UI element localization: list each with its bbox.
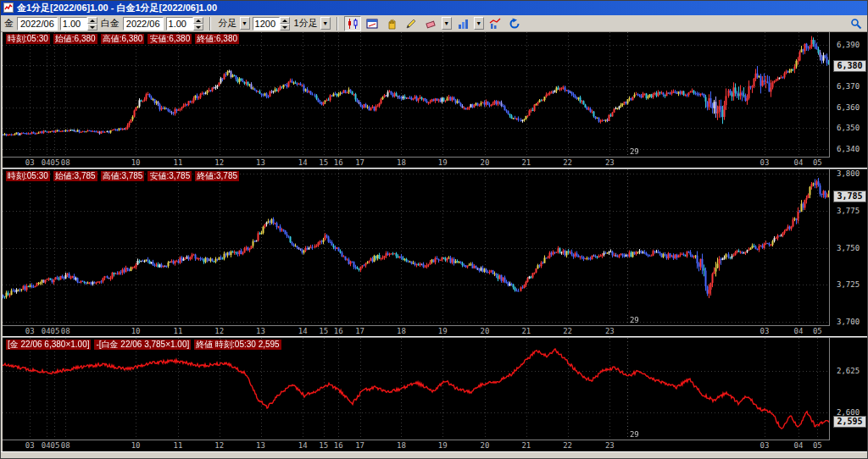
gold-chart-panel: 時刻:05:30始値:6,380高値:6,380安値:6,380終値:6,380… xyxy=(3,32,867,168)
spin-down-icon[interactable] xyxy=(280,24,290,30)
spread-time-axis[interactable]: 0304050810111213141516171819202122230304… xyxy=(3,440,830,451)
gold-time-axis[interactable]: 0304050810111213141516171819202122230304… xyxy=(3,158,830,168)
zoom-settings-button[interactable] xyxy=(848,16,865,31)
compare-chart-button[interactable] xyxy=(487,16,504,31)
draw-tools-dropdown[interactable]: ▼ xyxy=(442,17,452,30)
compare-chart-icon xyxy=(489,18,501,30)
refresh-button[interactable] xyxy=(506,16,523,31)
time-label: 03 xyxy=(753,327,776,335)
indicator-dropdown[interactable]: ▼ xyxy=(474,17,484,30)
gold-multiplier-value[interactable]: 1.00 xyxy=(60,17,87,30)
time-label: 08 xyxy=(53,327,77,335)
day-marker-label: 29 xyxy=(630,430,639,439)
time-label: 16 xyxy=(326,441,350,450)
spread-plot-canvas[interactable] xyxy=(3,338,830,440)
platinum-multiplier-arrows xyxy=(193,17,203,30)
gold-price-axis[interactable]: 6,3906,3706,3606,3506,340 xyxy=(832,32,867,168)
gold-info-chip: 安値:6,380 xyxy=(147,34,192,44)
spread-info-chip: 終値 時刻:05:30 2,595 xyxy=(194,340,281,350)
gold-contract-field[interactable]: 2022/06 xyxy=(17,17,58,30)
bar-count-spinner[interactable]: 1200 xyxy=(253,17,290,30)
interval-dropdown[interactable]: 1分足 ▼ xyxy=(292,17,331,30)
bar-type-dropdown[interactable]: 分足 ▼ xyxy=(217,17,250,30)
platinum-axis-label: 3,700 xyxy=(837,318,860,326)
gold-info-chip: 始値:6,380 xyxy=(53,34,97,44)
time-label: 16 xyxy=(326,158,350,167)
time-label: 13 xyxy=(249,158,273,167)
spin-up-icon[interactable] xyxy=(193,17,203,24)
chevron-down-icon[interactable]: ▼ xyxy=(442,17,452,30)
draw-pencil-button[interactable] xyxy=(403,16,420,31)
bar-count-arrows xyxy=(280,17,290,30)
time-label: 18 xyxy=(389,158,413,167)
platinum-info-bar: 時刻:05:30始値:3,785高値:3,785安値:3,785終値:3,785 xyxy=(6,171,239,181)
platinum-price-badge: 3,785 xyxy=(833,191,866,202)
time-label: 23 xyxy=(598,158,621,167)
time-label: 10 xyxy=(124,158,147,167)
refresh-icon xyxy=(509,18,520,30)
time-label: 08 xyxy=(53,158,77,167)
gold-price-badge: 6,380 xyxy=(833,60,866,72)
gold-axis-label: 6,360 xyxy=(837,103,860,112)
time-label: 17 xyxy=(348,327,372,335)
time-label: 12 xyxy=(208,441,231,450)
time-label: 05 xyxy=(805,441,829,450)
time-label: 23 xyxy=(598,327,621,335)
spin-up-icon[interactable] xyxy=(87,17,97,24)
time-label: 11 xyxy=(166,158,190,167)
time-label: 20 xyxy=(473,327,497,335)
gold-info-bar: 時刻:05:30始値:6,380高値:6,380安値:6,380終値:6,380 xyxy=(6,34,239,44)
platinum-contract-field[interactable]: 2022/06 xyxy=(123,17,164,30)
eraser-button[interactable] xyxy=(422,16,439,31)
time-label: 05 xyxy=(805,158,829,167)
chart-window-icon xyxy=(366,18,378,30)
bar-indicator-button[interactable] xyxy=(454,16,471,31)
status-bar xyxy=(1,451,867,459)
bar-chart-icon xyxy=(457,18,469,30)
pan-hand-button[interactable] xyxy=(383,16,400,31)
platinum-axis-label: 3,725 xyxy=(837,280,860,289)
bar-count-value[interactable]: 1200 xyxy=(253,17,280,30)
magnifier-icon xyxy=(850,18,862,30)
chevron-down-icon[interactable]: ▼ xyxy=(240,17,250,30)
toolbar: 金 2022/06 1.00 白金 2022/06 1.00 分足 ▼ 1200… xyxy=(1,15,867,32)
spread-price-axis[interactable]: 2,6252,600 xyxy=(832,338,867,451)
platinum-time-axis[interactable]: 0304050810111213141516171819202122230304… xyxy=(3,326,830,336)
time-label: 17 xyxy=(348,158,372,167)
time-label: 19 xyxy=(431,327,454,335)
chevron-down-icon[interactable]: ▼ xyxy=(474,17,484,30)
platinum-multiplier-spinner[interactable]: 1.00 xyxy=(166,17,203,30)
spin-up-icon[interactable] xyxy=(280,17,290,24)
gold-multiplier-arrows xyxy=(87,17,97,30)
spin-down-icon[interactable] xyxy=(193,24,203,30)
time-label: 03 xyxy=(753,158,776,167)
candlestick-chart-button[interactable] xyxy=(344,16,361,31)
platinum-plot-canvas[interactable] xyxy=(3,169,830,326)
candlestick-chart-icon xyxy=(347,18,359,30)
platinum-multiplier-value[interactable]: 1.00 xyxy=(166,17,193,30)
spread-info-chip: -[白金 22/06 3,785×1.00] xyxy=(94,340,191,350)
time-label: 05 xyxy=(805,327,829,335)
spin-down-icon[interactable] xyxy=(87,24,97,30)
time-label: 22 xyxy=(556,441,580,450)
time-label: 10 xyxy=(124,327,147,335)
platinum-info-chip: 時刻:05:30 xyxy=(6,171,50,181)
chevron-down-icon[interactable]: ▼ xyxy=(320,17,331,30)
pencil-icon xyxy=(405,18,417,30)
time-label: 13 xyxy=(249,327,273,335)
time-label: 19 xyxy=(431,158,454,167)
time-label: 11 xyxy=(166,327,190,335)
gold-plot-canvas[interactable] xyxy=(3,32,830,158)
gold-axis-label: 6,350 xyxy=(837,124,860,132)
window-title: 金1分足[2022/06]1.00 - 白金1分足[2022/06]1.00 xyxy=(17,2,217,14)
platinum-axis-label: 3,800 xyxy=(837,169,860,178)
chart-window-button[interactable] xyxy=(364,16,381,31)
time-label: 12 xyxy=(208,158,231,167)
gold-multiplier-spinner[interactable]: 1.00 xyxy=(60,17,97,30)
day-marker-label: 29 xyxy=(630,316,639,324)
time-label: 16 xyxy=(326,327,350,335)
gold-axis-label: 6,390 xyxy=(837,41,860,49)
time-label: 20 xyxy=(473,158,497,167)
title-bar[interactable]: 金1分足[2022/06]1.00 - 白金1分足[2022/06]1.00 xyxy=(1,1,867,15)
spread-chart-panel: [金 22/06 6,380×1.00]-[白金 22/06 3,785×1.0… xyxy=(3,338,867,451)
